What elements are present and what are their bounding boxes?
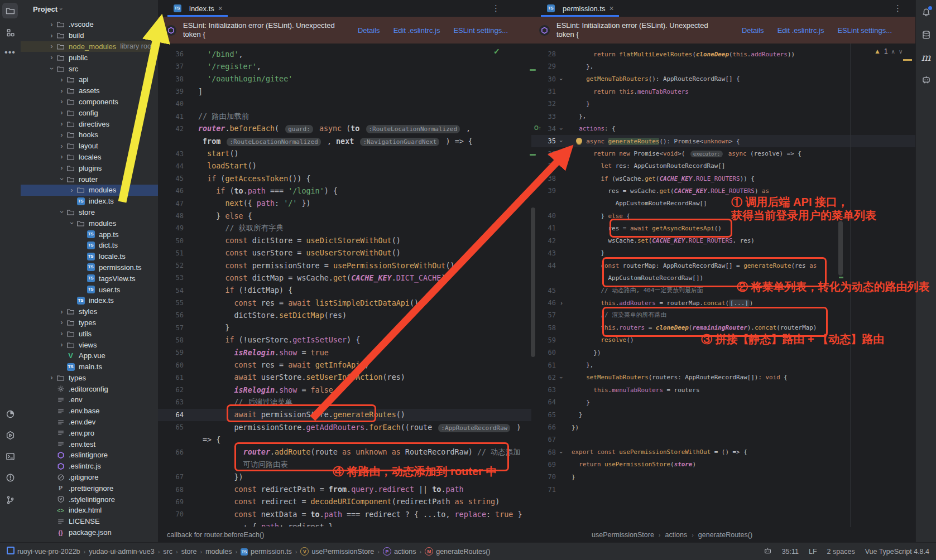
tree-item-.env.test[interactable]: .env.test: [21, 438, 158, 450]
status-item[interactable]: Vue TypeScript 4.8.4: [865, 548, 929, 556]
tree-item-.gitignore[interactable]: .gitignore: [21, 472, 158, 483]
ai-assistant-robot-icon[interactable]: [918, 71, 934, 87]
status-crumb-permission.ts[interactable]: TSpermission.ts: [241, 547, 292, 556]
intention-bulb-icon[interactable]: [576, 138, 582, 144]
notifications-bell-icon[interactable]: [918, 4, 934, 20]
fold-expanded-icon[interactable]: ›: [556, 449, 567, 456]
tree-item-modules[interactable]: ›modules: [21, 218, 158, 229]
tab-index-ts[interactable]: TS index.ts ×: [167, 0, 228, 17]
tree-item-index.ts[interactable]: TSindex.ts: [21, 295, 158, 306]
tree-item-permission.ts[interactable]: TSpermission.ts: [21, 262, 158, 273]
chevron-collapsed-icon[interactable]: ›: [47, 42, 56, 50]
scrollbar-thumb[interactable]: [838, 221, 843, 276]
tree-item-build[interactable]: ›build: [21, 30, 158, 41]
eslint-settings-link[interactable]: ESLint settings...: [837, 26, 892, 35]
tree-item-.env.base[interactable]: .env.base: [21, 405, 158, 417]
eslint-settings-link[interactable]: ESLint settings...: [453, 26, 508, 35]
tree-item-.env.dev[interactable]: .env.dev: [21, 417, 158, 428]
chevron-collapsed-icon[interactable]: ›: [57, 308, 66, 316]
project-panel-header[interactable]: Project ›: [21, 0, 158, 18]
tree-item-.stylelintignore[interactable]: .stylelintignore: [21, 494, 158, 505]
details-link[interactable]: Details: [358, 26, 380, 35]
status-crumb-actions[interactable]: Pactions: [383, 547, 416, 556]
run-services-icon[interactable]: [2, 427, 18, 443]
chevron-collapsed-icon[interactable]: ›: [57, 87, 66, 95]
tree-item-router[interactable]: ›router: [21, 173, 158, 185]
next-problem-icon[interactable]: ∨: [899, 49, 903, 55]
inspection-warning-widget[interactable]: ▲ 1 ∧ ∨: [874, 47, 903, 55]
chevron-collapsed-icon[interactable]: ›: [57, 109, 66, 117]
close-icon[interactable]: ×: [218, 4, 223, 12]
tab-permission-ts[interactable]: TS permission.ts ×: [541, 0, 619, 17]
status-item[interactable]: 35:11: [782, 548, 799, 556]
breadcrumb-item[interactable]: generateRoutes(): [698, 531, 752, 539]
ai-robot-icon[interactable]: [764, 547, 772, 557]
tree-item-package.json[interactable]: {}package.json: [21, 527, 158, 538]
tree-item-.editorconfig[interactable]: .editorconfig: [21, 383, 158, 394]
tree-item-user.ts[interactable]: TSuser.ts: [21, 284, 158, 295]
fold-expanded-icon[interactable]: ›: [556, 151, 567, 157]
chevron-collapsed-icon[interactable]: ›: [57, 120, 66, 128]
prev-problem-icon[interactable]: ∧: [891, 49, 895, 55]
maven-m-icon[interactable]: m: [918, 49, 934, 65]
chevron-expanded-icon[interactable]: ›: [48, 65, 56, 73]
tree-item-.vscode[interactable]: ›.vscode: [21, 19, 158, 30]
tree-item-.prettierignore[interactable]: P.prettierignore: [21, 482, 158, 494]
tree-item-types[interactable]: ›types: [21, 373, 158, 384]
tree-item-directives[interactable]: ›directives: [21, 118, 158, 129]
tree-item-index.html[interactable]: <>index.html: [21, 505, 158, 516]
terminal-icon[interactable]: [2, 448, 18, 464]
chevron-collapsed-icon[interactable]: ›: [57, 153, 66, 161]
version-control-icon[interactable]: [2, 492, 18, 508]
status-breadcrumbs[interactable]: ruoyi-vue-pro-2022b›yudao-ui-admin-vue3›…: [7, 547, 490, 556]
close-icon[interactable]: ×: [609, 4, 614, 12]
tree-item-views[interactable]: ›views: [21, 339, 158, 350]
edit-eslintrc-link[interactable]: Edit .eslintrc.js: [777, 26, 824, 35]
fold-collapsed-icon[interactable]: ›: [556, 300, 567, 306]
tree-item-locales[interactable]: ›locales: [21, 152, 158, 163]
tree-item-.env.pro[interactable]: .env.pro: [21, 427, 158, 438]
chevron-expanded-icon[interactable]: ›: [68, 219, 76, 228]
tree-item-layout[interactable]: ›layout: [21, 141, 158, 152]
tree-item-App.vue[interactable]: VApp.vue: [21, 350, 158, 361]
project-tool-icon[interactable]: [2, 3, 18, 18]
tree-item-locale.ts[interactable]: TSlocale.ts: [21, 251, 158, 262]
tree-item-dict.ts[interactable]: TSdict.ts: [21, 240, 158, 251]
chevron-collapsed-icon[interactable]: ›: [47, 54, 56, 61]
status-crumb-modules[interactable]: modules: [205, 548, 232, 556]
tree-item-src[interactable]: ›src: [21, 63, 158, 74]
tab-options-icon[interactable]: ⋮: [492, 3, 500, 13]
details-link[interactable]: Details: [742, 26, 764, 35]
database-icon[interactable]: [918, 27, 934, 42]
gutter-override-icon[interactable]: O↑: [534, 125, 541, 131]
chevron-collapsed-icon[interactable]: ›: [47, 374, 56, 382]
breadcrumb-item[interactable]: actions: [665, 531, 688, 539]
chevron-collapsed-icon[interactable]: ›: [57, 341, 66, 349]
chevron-collapsed-icon[interactable]: ›: [57, 98, 66, 105]
inspection-ok-icon[interactable]: ✓: [493, 47, 500, 56]
tree-item-config[interactable]: ›config: [21, 107, 158, 118]
status-crumb-src[interactable]: src: [163, 548, 172, 556]
tree-item-types[interactable]: ›types: [21, 317, 158, 329]
tree-item-.eslintrc.js[interactable]: .eslintrc.js: [21, 461, 158, 472]
tree-item-node_modules[interactable]: ›node_moduleslibrary root: [21, 41, 158, 52]
tree-item-modules[interactable]: ›modules: [21, 185, 158, 196]
status-crumb-yudao-ui-admin-vue3[interactable]: yudao-ui-admin-vue3: [89, 548, 154, 556]
edit-eslintrc-link[interactable]: Edit .eslintrc.js: [393, 26, 440, 35]
tree-item-store[interactable]: ›store: [21, 207, 158, 218]
problems-icon[interactable]: [2, 470, 18, 485]
tree-item-public[interactable]: ›public: [21, 52, 158, 63]
tree-item-main.ts[interactable]: TSmain.ts: [21, 361, 158, 373]
fold-expanded-icon[interactable]: ›: [556, 125, 567, 132]
breadcrumb-callback[interactable]: callback for router.beforeEach(): [167, 531, 264, 539]
chevron-collapsed-icon[interactable]: ›: [57, 318, 66, 326]
tree-item-.eslintignore[interactable]: .eslintignore: [21, 450, 158, 461]
chevron-collapsed-icon[interactable]: ›: [57, 76, 66, 84]
status-crumb-ruoyi-vue-pro-2022b[interactable]: ruoyi-vue-pro-2022b: [7, 547, 80, 556]
profiler-icon[interactable]: [2, 406, 18, 422]
tree-item-assets[interactable]: ›assets: [21, 85, 158, 96]
status-item[interactable]: LF: [809, 548, 817, 556]
tree-item-LICENSE[interactable]: LICENSE: [21, 516, 158, 527]
breadcrumb-item[interactable]: usePermissionStore: [592, 531, 654, 539]
fold-expanded-icon[interactable]: ›: [556, 374, 567, 381]
